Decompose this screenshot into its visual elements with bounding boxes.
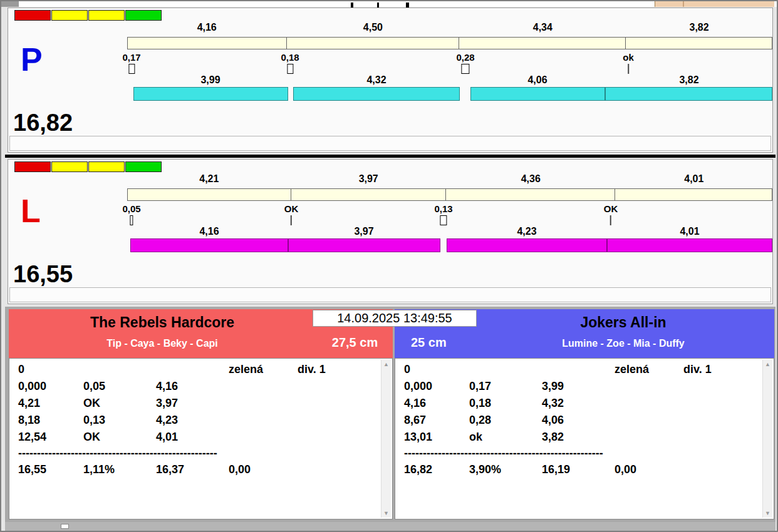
jump-height-badge: 27,5 cm: [322, 335, 388, 350]
run-time-label: 3,97: [354, 226, 373, 237]
result-cell: [683, 461, 774, 478]
result-cell: 4,23: [156, 412, 229, 429]
change-time-label: 0,13: [434, 203, 452, 214]
result-cell: [683, 429, 774, 446]
split-segment: [626, 38, 772, 49]
result-row: 0,000 0,05 4,16: [18, 378, 392, 395]
traffic-green-light-icon: [125, 161, 162, 172]
change-times-row: 0,05 OK 0,13 OK: [127, 203, 772, 228]
scroll-down-icon[interactable]: ▼: [381, 509, 391, 517]
result-sheet-left: 0 zelená div. 1 0,000 0,05 4,16 4,21 OK …: [9, 358, 393, 519]
scroll-down-icon[interactable]: ▼: [763, 509, 772, 517]
run-time-label: 4,06: [527, 74, 547, 86]
change-ok-marker-icon: [291, 215, 292, 225]
change-fault-marker-icon: [287, 64, 293, 74]
result-row: 12,54 OK 4,01: [18, 429, 392, 446]
split-time-label: 4,36: [446, 173, 616, 186]
background-window-fragment: [1, 1, 19, 7]
change-time-label: 0,18: [281, 52, 299, 63]
result-cell: [469, 361, 542, 378]
background-window-fragment: [683, 1, 684, 7]
run-bars-row: [127, 238, 772, 252]
scroll-up-icon[interactable]: ▲: [763, 361, 772, 368]
traffic-red-light-icon: [14, 10, 51, 21]
result-cell: 0: [18, 361, 83, 378]
result-cell: 16,19: [542, 461, 615, 478]
dog-run-bar: [607, 238, 772, 252]
result-row: 4,16 0,18 4,32: [404, 395, 774, 412]
change-fault-marker-icon: [440, 215, 447, 225]
result-cell: 3,90%: [469, 461, 542, 478]
result-row: 0 zelená div. 1: [18, 361, 392, 378]
run-times-row: 3,99 4,32 4,06 3,82: [127, 74, 772, 86]
split-time-label: 3,82: [626, 22, 772, 34]
result-cell: 16,55: [18, 461, 83, 478]
result-cell: [156, 361, 229, 378]
run-time-label: 4,16: [199, 226, 219, 237]
traffic-yellow-light-icon: [51, 161, 88, 172]
lane-panel-l: L 4,21 3,97 4,36 4,01 0,05 OK 0,13: [8, 159, 773, 304]
result-cell: 3,82: [542, 429, 615, 446]
result-row: 8,67 0,28 4,06: [404, 412, 774, 429]
result-cell: 16,37: [156, 461, 229, 478]
result-cell: 4,01: [156, 429, 229, 446]
split-segment: [446, 189, 615, 200]
result-cell: zelená: [615, 361, 683, 378]
status-indicator-box: [61, 524, 69, 529]
result-cell: 0,28: [469, 412, 542, 429]
split-segment: [615, 189, 772, 200]
result-row: 13,01 ok 3,82: [404, 429, 774, 446]
traffic-green-light-icon: [125, 10, 162, 21]
split-segment: [128, 189, 291, 200]
lane-letter-p: P: [21, 43, 43, 76]
dog-run-bar: [605, 87, 772, 101]
dog-run-bar: [130, 238, 288, 252]
vertical-scrollbar[interactable]: ▲ ▼: [762, 360, 772, 518]
background-window-fragment: [655, 1, 774, 7]
change-time-label: OK: [604, 203, 618, 214]
split-times-row: 4,21 3,97 4,36 4,01: [127, 173, 772, 186]
split-time-label: 4,50: [286, 22, 459, 34]
result-cell: OK: [83, 395, 156, 412]
scroll-up-icon[interactable]: ▲: [381, 361, 391, 368]
result-cell: 0,000: [18, 378, 83, 395]
result-cell: [298, 378, 392, 395]
result-cell: [298, 395, 392, 412]
result-separator: ----------------------------------------…: [404, 446, 774, 461]
start-traffic-light: [14, 161, 162, 172]
split-segment-bar: [127, 188, 772, 201]
dog-run-bar: [447, 238, 607, 252]
change-time: 0,28: [456, 52, 474, 74]
result-cell: 4,21: [18, 395, 83, 412]
change-time-label: 0,05: [122, 203, 140, 214]
result-cell: [229, 395, 298, 412]
run-time-label: 3,82: [679, 74, 698, 86]
change-time-label: 0,28: [456, 52, 474, 63]
race-timestamp: 14.09.2025 13:49:55: [313, 310, 477, 327]
lane-panel-p: P 4,16 4,50 4,34 3,82 0,17 0,18 0,28: [8, 8, 773, 153]
result-cell: [229, 429, 298, 446]
run-time-label: 3,99: [200, 74, 220, 86]
run-time-label: 4,23: [517, 226, 536, 237]
start-traffic-light: [14, 10, 162, 21]
vertical-scrollbar[interactable]: ▲ ▼: [381, 360, 391, 518]
result-cell: 0,18: [469, 395, 542, 412]
result-cell: div. 1: [683, 361, 774, 378]
result-cell: [229, 412, 298, 429]
lane-divider: [5, 155, 775, 158]
result-cell: [542, 361, 615, 378]
flyball-timing-window: P 4,16 4,50 4,34 3,82 0,17 0,18 0,28: [0, 0, 778, 532]
team-name: Jokers All-in: [476, 314, 770, 331]
result-cell: [615, 395, 683, 412]
bottom-status-strip: [5, 522, 775, 531]
result-cell: 16,82: [404, 461, 469, 478]
result-cell: [615, 378, 683, 395]
result-cell: 0: [404, 361, 469, 378]
split-time-label: 3,97: [291, 173, 446, 186]
split-time-label: 4,21: [127, 173, 291, 186]
result-cell: 4,06: [542, 412, 615, 429]
result-cell: [83, 361, 156, 378]
lane-total-time: 16,55: [13, 261, 73, 288]
change-time: 0,05: [122, 203, 140, 225]
run-bars-row: [127, 87, 772, 101]
